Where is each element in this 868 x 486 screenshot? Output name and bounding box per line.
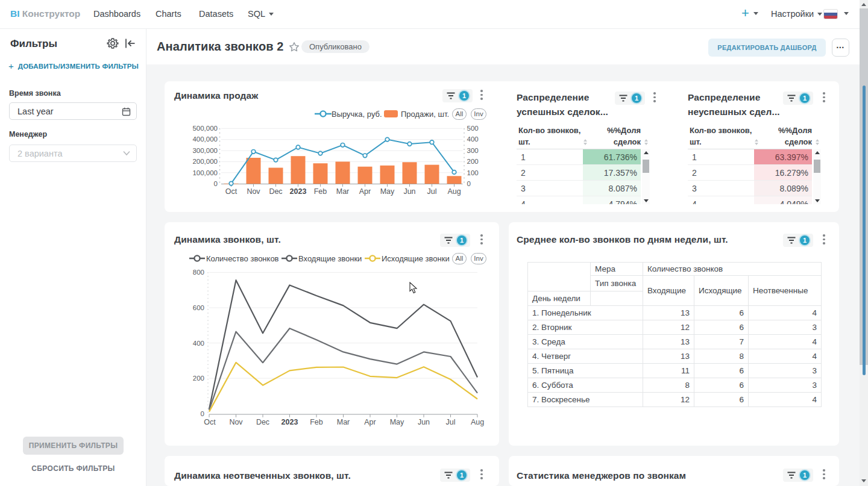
svg-text:Jul: Jul — [446, 418, 456, 426]
svg-text:Nov: Nov — [229, 418, 243, 426]
svg-text:Jul: Jul — [427, 187, 437, 196]
svg-text:Jun: Jun — [403, 187, 415, 196]
svg-text:600: 600 — [193, 304, 204, 311]
svg-text:100,000: 100,000 — [192, 169, 218, 176]
svg-text:0: 0 — [201, 410, 204, 417]
svg-text:Dec: Dec — [256, 418, 269, 426]
svg-text:Mar: Mar — [337, 418, 350, 426]
svg-text:Oct: Oct — [225, 187, 237, 196]
svg-text:500,000: 500,000 — [192, 125, 218, 132]
svg-text:Oct: Oct — [204, 418, 216, 426]
svg-text:500: 500 — [467, 125, 479, 132]
svg-text:Feb: Feb — [314, 187, 327, 196]
svg-text:Aug: Aug — [447, 187, 461, 196]
svg-text:Apr: Apr — [359, 187, 371, 196]
svg-text:2023: 2023 — [290, 187, 307, 196]
svg-text:800: 800 — [193, 269, 204, 276]
svg-text:200: 200 — [467, 158, 479, 165]
svg-text:Dec: Dec — [269, 187, 282, 196]
svg-text:May: May — [390, 418, 404, 426]
svg-text:400: 400 — [467, 136, 479, 143]
svg-text:Mar: Mar — [336, 187, 350, 196]
svg-text:100: 100 — [467, 169, 479, 176]
svg-text:May: May — [380, 187, 395, 196]
svg-text:Apr: Apr — [364, 418, 376, 426]
svg-text:Nov: Nov — [247, 187, 260, 196]
svg-text:0: 0 — [214, 180, 218, 187]
svg-text:0: 0 — [467, 180, 471, 187]
svg-text:200,000: 200,000 — [192, 158, 218, 165]
svg-text:400: 400 — [193, 340, 204, 347]
svg-text:Jun: Jun — [418, 418, 430, 426]
svg-text:300: 300 — [467, 147, 479, 154]
svg-text:Aug: Aug — [471, 418, 484, 426]
svg-text:300,000: 300,000 — [192, 147, 218, 154]
svg-text:2023: 2023 — [281, 418, 298, 426]
svg-text:Feb: Feb — [310, 418, 323, 426]
svg-text:200: 200 — [193, 375, 204, 382]
svg-text:400,000: 400,000 — [192, 136, 218, 143]
